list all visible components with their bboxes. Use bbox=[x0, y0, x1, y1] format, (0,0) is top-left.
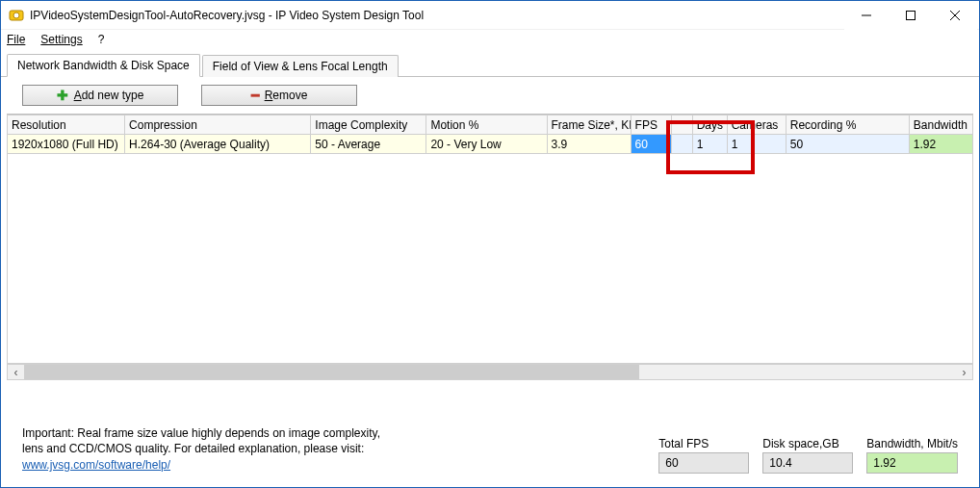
scroll-right-arrow[interactable]: › bbox=[956, 365, 972, 379]
cell-complexity[interactable]: 50 - Average bbox=[311, 135, 426, 154]
note-line1: Important: Real frame size value highly … bbox=[22, 425, 380, 442]
cell-cameras[interactable]: 1 bbox=[727, 135, 786, 154]
col-motion[interactable]: Motion % bbox=[426, 116, 547, 135]
scroll-thumb[interactable] bbox=[24, 365, 639, 379]
app-window: IPVideoSystemDesignTool-AutoRecovery.jvs… bbox=[0, 0, 980, 488]
cell-bandwidth[interactable]: 1.92 bbox=[909, 135, 972, 154]
cell-frame-size[interactable]: 3.9 bbox=[547, 135, 631, 154]
total-fps-label: Total FPS bbox=[658, 437, 749, 450]
col-image-complexity[interactable]: Image Complexity bbox=[311, 116, 426, 135]
plus-icon: ✚ bbox=[57, 90, 68, 100]
scroll-left-arrow[interactable]: ‹ bbox=[8, 365, 24, 379]
horizontal-scrollbar[interactable]: ‹ › bbox=[7, 364, 973, 380]
totals: Total FPS 60 Disk space,GB 10.4 Bandwidt… bbox=[658, 437, 958, 474]
col-frame-size[interactable]: Frame Size*, KB bbox=[547, 116, 631, 135]
cell-recording[interactable]: 50 bbox=[786, 135, 909, 154]
svg-rect-3 bbox=[907, 11, 916, 19]
remove-button[interactable]: ━ Remove bbox=[201, 85, 357, 106]
help-link[interactable]: www.jvsg.com/software/help/ bbox=[22, 458, 170, 472]
title-bar: IPVideoSystemDesignTool-AutoRecovery.jvs… bbox=[1, 1, 979, 30]
disk-space-value: 10.4 bbox=[762, 452, 853, 474]
bandwidth-label: Bandwidth, Mbit/s bbox=[866, 437, 958, 450]
grid-empty-area bbox=[7, 154, 973, 364]
cell-days[interactable]: 1 bbox=[692, 135, 727, 154]
minus-icon: ━ bbox=[251, 90, 259, 100]
col-recording[interactable]: Recording % bbox=[786, 116, 909, 135]
maximize-button[interactable] bbox=[889, 1, 933, 30]
close-button[interactable] bbox=[933, 1, 977, 30]
minimize-button[interactable] bbox=[844, 1, 889, 30]
col-bandwidth[interactable]: Bandwidth bbox=[909, 116, 972, 135]
disk-space-label: Disk space,GB bbox=[762, 437, 853, 450]
col-compression[interactable]: Compression bbox=[125, 116, 311, 135]
svg-point-1 bbox=[13, 13, 19, 18]
col-cameras[interactable]: Cameras bbox=[727, 116, 786, 135]
scroll-track[interactable] bbox=[24, 365, 956, 379]
tab-bandwidth[interactable]: Network Bandwidth & Disk Space bbox=[7, 54, 200, 77]
col-resolution[interactable]: Resolution bbox=[8, 116, 125, 135]
col-days[interactable]: Days bbox=[692, 116, 727, 135]
window-title: IPVideoSystemDesignTool-AutoRecovery.jvs… bbox=[30, 9, 844, 22]
note-line2: lens and CCD/CMOS quality. For detailed … bbox=[22, 441, 380, 457]
cell-motion[interactable]: 20 - Very Low bbox=[426, 135, 547, 154]
table-row[interactable]: 1920x1080 (Full HD) H.264-30 (Average Qu… bbox=[8, 135, 973, 154]
data-grid: Resolution Compression Image Complexity … bbox=[7, 114, 973, 154]
menu-help[interactable]: ? bbox=[98, 33, 105, 46]
footer-note: Important: Real frame size value highly … bbox=[22, 425, 380, 474]
col-empty[interactable] bbox=[671, 116, 692, 135]
cell-fps[interactable]: 60 bbox=[631, 135, 671, 154]
bandwidth-value: 1.92 bbox=[866, 452, 958, 474]
menu-settings[interactable]: Settings bbox=[40, 33, 82, 46]
toolbar: ✚ Add new type ━ Remove bbox=[1, 77, 979, 114]
col-fps[interactable]: FPS bbox=[631, 116, 671, 135]
app-icon bbox=[9, 8, 24, 23]
menu-file[interactable]: File bbox=[7, 33, 25, 46]
grid-header-row: Resolution Compression Image Complexity … bbox=[8, 116, 973, 135]
tab-row: Network Bandwidth & Disk Space Field of … bbox=[1, 51, 979, 76]
add-new-type-button[interactable]: ✚ Add new type bbox=[22, 85, 178, 106]
footer: Important: Real frame size value highly … bbox=[1, 418, 979, 487]
cell-compression[interactable]: H.264-30 (Average Quality) bbox=[125, 135, 311, 154]
cell-resolution[interactable]: 1920x1080 (Full HD) bbox=[8, 135, 125, 154]
menu-bar: File Settings ? bbox=[1, 30, 979, 49]
tab-fov[interactable]: Field of View & Lens Focal Length bbox=[202, 55, 399, 77]
cell-empty[interactable] bbox=[671, 135, 692, 154]
window-controls bbox=[844, 1, 977, 30]
total-fps-value: 60 bbox=[658, 452, 749, 474]
